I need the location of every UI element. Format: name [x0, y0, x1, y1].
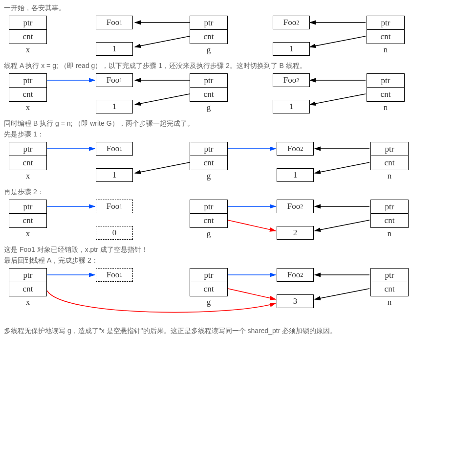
count-box: 1 — [96, 100, 133, 113]
caption-5: 再是步骤 2： — [4, 188, 472, 197]
g-ptr: ptr — [190, 269, 227, 282]
svg-line-11 — [135, 162, 190, 173]
g-label: g — [207, 103, 211, 112]
svg-line-8 — [310, 94, 366, 105]
x-cnt: cnt — [9, 30, 46, 44]
svg-line-13 — [315, 162, 369, 173]
n-block: ptr cnt — [370, 142, 409, 170]
x-block: ptr cnt — [9, 142, 47, 170]
g-label: g — [207, 45, 211, 55]
x-cnt: cnt — [9, 88, 46, 101]
n-label: n — [384, 103, 388, 112]
n-cnt: cnt — [367, 88, 404, 101]
caption-1: 一开始，各安其事。 — [4, 4, 472, 13]
foo1-box-dashed: Foo 1 — [96, 268, 133, 282]
x-label: x — [26, 297, 30, 307]
n-label: n — [384, 45, 388, 55]
n-cnt: cnt — [371, 156, 408, 170]
n-ptr: ptr — [371, 269, 408, 282]
foo2-box: Foo 2 — [277, 142, 314, 156]
x-label: x — [26, 45, 30, 55]
g-ptr: ptr — [190, 74, 227, 88]
foo2-box: Foo 2 — [273, 16, 310, 29]
x-block: ptr cnt — [9, 16, 47, 44]
x-ptr: ptr — [9, 16, 46, 30]
n-label: n — [388, 171, 392, 181]
g-block: ptr cnt — [190, 142, 228, 170]
caption-7: 最后回到线程 A，完成步骤 2： — [4, 256, 472, 265]
count-box: 1 — [96, 168, 133, 182]
foo1-box-dashed: Foo 1 — [96, 200, 133, 213]
foo2-box: Foo 2 — [277, 268, 314, 282]
n-cnt: cnt — [367, 30, 404, 44]
g-ptr: ptr — [190, 142, 227, 156]
svg-line-16 — [228, 220, 276, 231]
g-cnt: cnt — [190, 30, 227, 44]
diagram-row-4: ptr cnt x Foo 1 0 ptr cnt g Foo 2 2 ptr … — [4, 200, 472, 244]
x-label: x — [26, 103, 30, 112]
x-label: x — [26, 171, 30, 181]
n-ptr: ptr — [371, 200, 408, 214]
g-ptr: ptr — [190, 16, 227, 30]
g-ptr: ptr — [190, 200, 227, 214]
diagram-row-3: ptr cnt x Foo 1 1 ptr cnt g Foo 2 1 ptr … — [4, 142, 472, 186]
x-cnt: cnt — [9, 156, 46, 170]
foo1-box: Foo 1 — [96, 16, 133, 29]
x-block-2: ptr cnt — [9, 73, 47, 102]
x-ptr: ptr — [9, 74, 46, 88]
x-block: ptr cnt — [9, 268, 47, 296]
svg-line-1 — [135, 36, 190, 47]
x-ptr: ptr — [9, 200, 46, 214]
foo2-box: Foo 2 — [273, 73, 310, 87]
foo1-box: Foo 1 — [96, 142, 133, 156]
count-box-3: 3 — [277, 294, 314, 308]
g-cnt: cnt — [190, 88, 227, 101]
diagram-row-2: ptr cnt x Foo 1 1 ptr cnt g Foo 2 1 ptr … — [4, 73, 472, 117]
svg-line-21 — [228, 289, 276, 299]
x-block: ptr cnt — [9, 200, 47, 228]
n-ptr: ptr — [367, 74, 404, 88]
caption-6: 这是 Foo1 对象已经销毁，x.ptr 成了空悬指针！ — [4, 246, 472, 254]
count-box-1: 1 — [96, 42, 133, 56]
n-label: n — [388, 297, 392, 307]
count-box-zero: 0 — [96, 226, 133, 240]
n-ptr: ptr — [371, 142, 408, 156]
foo1-box: Foo 1 — [96, 73, 133, 87]
caption-8: 多线程无保护地读写 g，造成了"x 是空悬指针"的后果。这正是多线程读写同一个 … — [4, 327, 472, 336]
g-cnt: cnt — [190, 156, 227, 170]
x-label: x — [26, 229, 30, 239]
g-block: ptr cnt — [190, 268, 228, 296]
g-cnt: cnt — [190, 214, 227, 227]
n-block: ptr cnt — [370, 268, 409, 296]
g-label: g — [207, 229, 211, 239]
count-box: 1 — [273, 100, 310, 113]
n-block: ptr cnt — [367, 16, 405, 44]
diagram-row-5: ptr cnt x Foo 1 ptr cnt g Foo 2 3 ptr cn… — [4, 268, 472, 322]
x-cnt: cnt — [9, 214, 46, 227]
svg-line-3 — [310, 36, 366, 47]
count-box-2: 2 — [277, 226, 314, 240]
n-block: ptr cnt — [370, 200, 409, 228]
x-ptr: ptr — [9, 142, 46, 156]
foo2-box: Foo 2 — [277, 200, 314, 213]
n-cnt: cnt — [371, 282, 408, 296]
n-label: n — [388, 229, 392, 239]
caption-4: 先是步骤 1： — [4, 130, 472, 139]
g-block: ptr cnt — [190, 16, 228, 44]
x-cnt: cnt — [9, 282, 46, 296]
diagram-row-1: ptr cnt x Foo 1 1 ptr cnt g Foo 2 1 ptr … — [4, 16, 472, 60]
svg-line-6 — [135, 94, 190, 105]
count-box: 1 — [277, 168, 314, 182]
g-label: g — [207, 171, 211, 181]
svg-line-23 — [315, 289, 369, 299]
n-ptr: ptr — [367, 16, 404, 30]
caption-2: 线程 A 执行 x = g; （即 read g），以下完成了步骤 1，还没来及… — [4, 62, 472, 70]
g-label: g — [207, 297, 211, 307]
n-cnt: cnt — [371, 214, 408, 227]
caption-3: 同时编程 B 执行 g = n; （即 write G），两个步骤一起完成了。 — [4, 119, 472, 128]
svg-line-18 — [315, 220, 369, 231]
g-block: ptr cnt — [190, 73, 228, 102]
g-cnt: cnt — [190, 282, 227, 296]
g-block: ptr cnt — [190, 200, 228, 228]
x-ptr: ptr — [9, 269, 46, 282]
